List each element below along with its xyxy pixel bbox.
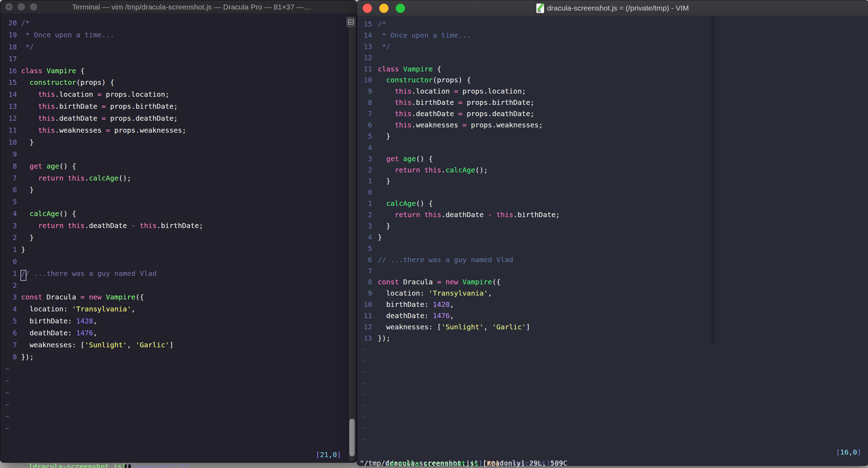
code-text: return this.calcAge(); <box>21 174 131 182</box>
window-title: Terminal — vim /tmp/dracula-screenshot.j… <box>37 3 357 11</box>
code-line: 10 constructor(props) { <box>357 75 867 86</box>
ruler-value: 16,0 <box>840 448 857 456</box>
tilde-line: ~ <box>357 355 867 367</box>
line-number: 6 <box>361 120 372 131</box>
minimize-button[interactable] <box>379 4 389 13</box>
vim-statusline: [dracula-screenshot.js][RO][javascript][… <box>357 447 865 458</box>
line-number: 3 <box>4 220 17 232</box>
line-number: 7 <box>361 266 372 277</box>
line-number: 10 <box>4 137 17 148</box>
tilde-line: ~ <box>0 399 346 411</box>
code-line: 10 } <box>0 137 346 148</box>
scrollbar-thumb[interactable] <box>349 419 355 456</box>
macvim-titlebar[interactable]: JS dracula-screenshot.js = (/private/tmp… <box>357 0 868 16</box>
code-text: class Vampire { <box>21 67 85 75</box>
code-text: this.deathDate = props.deathDate; <box>378 109 535 118</box>
code-line: 4} <box>357 232 867 243</box>
ruler-bracket: ] <box>337 450 341 459</box>
line-number: 16 <box>4 65 17 77</box>
code-line: 17 <box>0 53 346 65</box>
tilde-line: ~ <box>0 363 346 375</box>
code-text: */ <box>21 43 34 51</box>
line-number: 4 <box>361 142 372 153</box>
code-text: } <box>21 233 34 242</box>
code-line: 2 <box>0 280 346 292</box>
line-number: 3 <box>4 291 17 303</box>
code-line: 1 } <box>357 176 867 187</box>
code-text: * Once upon a time... <box>378 31 471 39</box>
code-text: } <box>21 138 34 146</box>
tilde-line: ~ <box>357 389 867 400</box>
status-filename: [dracula-screenshot.js] <box>28 462 126 468</box>
zoom-button[interactable] <box>30 3 37 11</box>
code-text: calcAge() { <box>378 199 433 208</box>
code-line: 6 deathDate: 1476, <box>0 327 346 339</box>
tilde-line: ~ <box>0 411 346 423</box>
code-line: 6 this.weaknesses = props.weaknesses; <box>357 120 867 131</box>
code-text: */ <box>378 42 390 51</box>
code-text: }); <box>21 353 34 361</box>
code-line: 15 constructor(props) { <box>0 77 346 89</box>
line-number: 0 <box>4 256 17 268</box>
screen: { "tilde_char": "~", "palette_left": { "… <box>0 0 868 468</box>
line-number: 10 <box>361 299 372 310</box>
minimize-button[interactable] <box>18 3 25 11</box>
line-number: 12 <box>361 52 372 64</box>
tilde-line: ~ <box>357 423 867 434</box>
line-number: 18 <box>4 41 17 53</box>
line-number: 1 <box>4 268 17 280</box>
line-number: 2 <box>361 165 372 176</box>
code-text: } <box>378 233 382 241</box>
line-number: 13 <box>4 101 17 113</box>
line-number: 3 <box>361 153 372 165</box>
code-text: const Dracula = new Vampire({ <box>21 293 144 301</box>
code-line: 7 return this.calcAge(); <box>0 172 346 184</box>
line-number: 5 <box>4 196 17 208</box>
close-button[interactable] <box>5 3 13 11</box>
code-line: 13 */ <box>357 41 867 52</box>
tilde-line: ~ <box>357 411 867 423</box>
code-text: // ...there was a guy named Vlad <box>378 255 513 264</box>
code-line: 13 this.birthDate = props.birthDate; <box>0 101 346 113</box>
code-text: }); <box>378 334 390 342</box>
vim-command-line: "/tmp/dracula-screenshot.js" [readonly] … <box>360 458 865 468</box>
line-number: 12 <box>361 322 372 333</box>
zoom-button[interactable] <box>396 4 405 13</box>
close-button[interactable] <box>363 4 372 13</box>
code-text: /* <box>378 20 386 28</box>
ruler-bracket: ] <box>857 448 861 456</box>
code-text: * Once upon a time... <box>21 31 114 39</box>
code-text: } <box>21 185 34 194</box>
terminal-titlebar[interactable]: Terminal — vim /tmp/dracula-screenshot.j… <box>0 0 357 14</box>
line-number: 14 <box>361 30 372 41</box>
code-line: 1 calcAge() { <box>357 198 867 209</box>
code-text: this.weaknesses = props.weaknesses; <box>378 121 543 129</box>
code-text: this.birthDate = props.birthDate; <box>21 102 178 110</box>
line-number: 1 <box>361 176 372 187</box>
code-line: 11class Vampire { <box>357 64 867 75</box>
line-number: 1 <box>361 198 372 209</box>
scrollbar-track[interactable] <box>349 26 356 461</box>
macvim-content: 15/*14 * Once upon a time...13 */1211cla… <box>357 16 868 466</box>
line-number: 11 <box>4 125 17 137</box>
code-text: weaknesses: ['Sunlight', 'Garlic'] <box>378 323 530 331</box>
code-line: 11 deathDate: 1476, <box>357 310 867 322</box>
line-number: 13 <box>361 41 372 52</box>
code-text: calcAge() { <box>21 209 76 218</box>
code-text: // ...there was a guy named Vlad <box>21 269 157 278</box>
line-number: 9 <box>4 148 17 160</box>
line-number: 1 <box>4 244 17 256</box>
line-number: 4 <box>361 232 372 243</box>
code-text: return this.deathDate - this.birthDate; <box>378 210 560 219</box>
code-text: this.deathDate = props.deathDate; <box>21 114 178 122</box>
line-number: 0 <box>361 187 372 198</box>
code-line: 3 } <box>357 221 867 232</box>
split-pane-button[interactable] <box>346 17 356 27</box>
line-number: 5 <box>4 315 17 327</box>
line-number: 7 <box>4 339 17 351</box>
code-line: 6 } <box>0 184 346 196</box>
line-number: 15 <box>361 19 372 30</box>
line-number: 8 <box>361 97 372 108</box>
code-line: 2 return this.deathDate - this.birthDate… <box>357 209 867 221</box>
code-text: location: 'Transylvania', <box>378 289 492 297</box>
